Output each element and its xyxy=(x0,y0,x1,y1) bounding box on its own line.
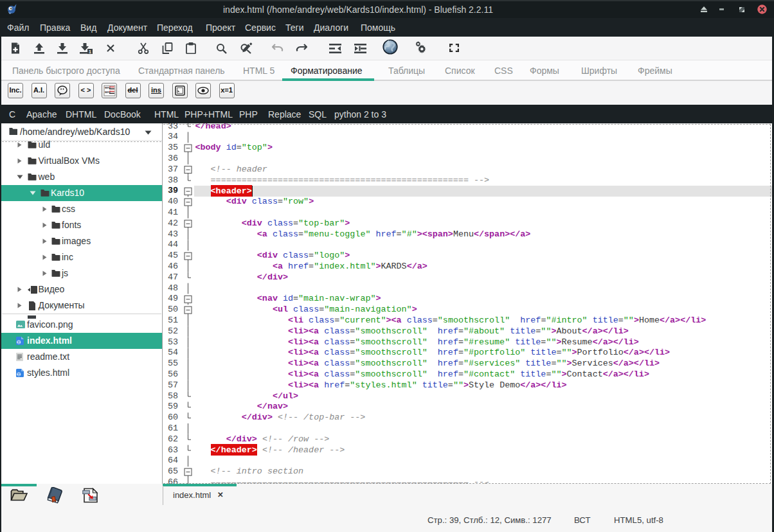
svg-text:1: 1 xyxy=(89,49,91,53)
